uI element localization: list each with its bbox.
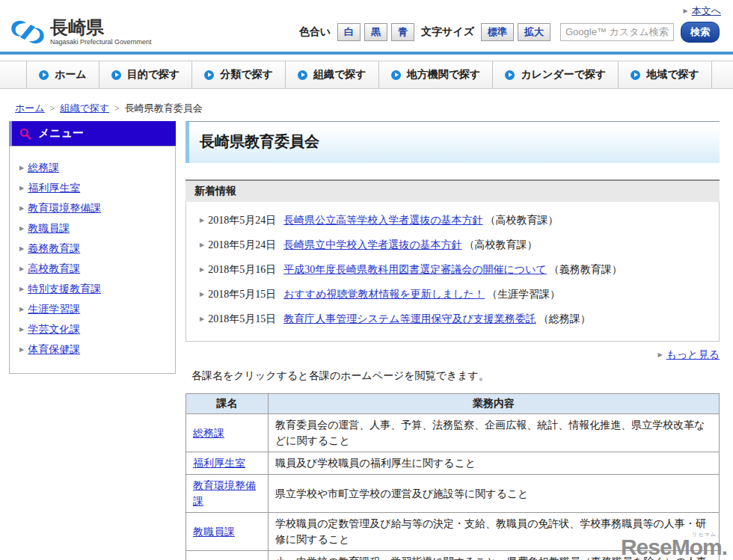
breadcrumb-separator: > [50,103,55,114]
department-link[interactable]: 教育環境整備課 [193,480,256,507]
play-circle-icon [204,70,214,80]
breadcrumb-separator: > [114,103,120,114]
color-scheme-button[interactable]: 白 [337,23,361,41]
site-header: 長崎県 Nagasaki Prefectural Government 色合い … [0,18,733,52]
resemom-watermark: リセマム ReseMom. [621,535,727,560]
news-date: 2018年5月15日 [208,313,276,324]
sidebar-menu-item: 総務課 [19,161,169,175]
sidebar-menu-link[interactable]: 学芸文化課 [28,324,80,335]
news-date: 2018年5月24日 [208,215,276,226]
sidebar-menu-link[interactable]: 教育環境整備課 [28,203,101,214]
table-header-row: 課名 業務内容 [186,394,720,414]
breadcrumb-home[interactable]: ホーム [15,102,45,114]
news-link[interactable]: おすすめ視聴覚教材情報を更新しました！ [283,289,485,300]
color-scheme-button[interactable]: 青 [391,23,414,41]
news-link[interactable]: 教育庁人事管理システム等運用保守及び支援業務委託 [283,313,536,324]
nav-item-wrap: 目的で探す [99,61,193,88]
search-button[interactable]: 検索 [681,22,720,43]
news-item: 2018年5月15日教育庁人事管理システム等運用保守及び支援業務委託（総務課） [200,313,705,326]
sidebar-menu-item: 体育保健課 [19,343,169,357]
news-link[interactable]: 長崎県立中学校入学者選抜の基本方針 [283,239,461,250]
color-scheme-label: 色合い [299,25,331,39]
news-date: 2018年5月15日 [208,289,276,300]
nav-item-label: カレンダーで探す [521,68,606,81]
sidebar-menu-link[interactable]: 福利厚生室 [28,182,80,194]
nav-item-label: 地域で探す [646,68,699,81]
font-size-button[interactable]: 拡大 [518,23,550,41]
magnifier-icon [19,128,31,140]
see-more-link[interactable]: もっと見る [666,349,720,360]
bullet-arrow-icon [19,203,28,214]
nav-item[interactable]: 地方機関で探す [379,61,494,88]
sidebar-menu-link[interactable]: 特別支援教育課 [28,283,101,295]
department-link[interactable]: 総務課 [193,428,224,439]
nav-item[interactable]: 分類で探す [192,61,286,88]
news-department: （高校教育課） [464,239,537,250]
nav-item-wrap: カレンダーで探す [493,61,619,88]
news-department: （義務教育課） [549,264,622,275]
bullet-arrow-icon [200,264,208,275]
nav-spacer [0,61,27,88]
nav-item-wrap: 分類で探す [192,61,286,88]
bullet-arrow-icon [19,243,28,254]
arrow-icon [684,5,692,16]
sidebar-menu-list: 総務課 福利厚生室 教育環境整備課 教職員課 義務教育課 [9,146,176,374]
sidebar-menu-header: メニュー [9,121,176,146]
nav-item-label: 組織で探す [313,68,366,81]
play-circle-icon [111,70,121,80]
skip-row: 本文へ [0,0,733,18]
sidebar-menu-link[interactable]: 義務教育課 [28,243,80,254]
bullet-arrow-icon [19,344,28,355]
news-list: 2018年5月24日長崎県公立高等学校入学者選抜の基本方針（高校教育課） 201… [200,214,705,326]
page-title: 長崎県教育委員会 [185,121,720,163]
news-item: 2018年5月15日おすすめ視聴覚教材情報を更新しました！（生涯学習課） [200,288,705,301]
play-circle-icon [391,70,401,80]
font-size-label: 文字サイズ [421,25,474,39]
sidebar-menu-link[interactable]: 教職員課 [28,223,70,234]
department-duties: 教育委員会の運営、人事、予算、法務監察、企画広報、統計、情報化推進、県立学校改革… [269,414,720,452]
table-row: 総務課 教育委員会の運営、人事、予算、法務監察、企画広報、統計、情報化推進、県立… [186,414,720,452]
bullet-arrow-icon [19,324,28,335]
logo-title: 長崎県 [50,18,152,37]
department-duties: 県立学校や市町立学校の運営及び施設等に関すること [269,475,720,513]
search-input[interactable] [560,23,674,41]
font-size-button[interactable]: 標準 [481,23,514,41]
department-duties: 職員及び学校職員の福利厚生に関すること [269,452,720,475]
nav-item[interactable]: 地域で探す [619,61,712,88]
nav-filler [712,61,733,88]
news-item: 2018年5月16日平成30年度長崎県教科用図書選定審議会の開催について（義務教… [200,263,705,277]
sidebar-menu-item: 学芸文化課 [19,323,169,336]
bullet-arrow-icon [200,215,208,226]
news-department: （高校教育課） [485,215,558,226]
nav-item-label: ホーム [55,68,87,81]
play-circle-icon [631,70,640,80]
table-row: 福利厚生室 職員及び学校職員の福利厚生に関すること [186,452,720,475]
nav-item[interactable]: ホーム [27,61,99,88]
news-link[interactable]: 長崎県公立高等学校入学者選抜の基本方針 [283,215,482,226]
skip-to-content-link[interactable]: 本文へ [692,5,721,16]
global-nav: ホーム 目的で探す 分類で探す 組織で探す [0,61,733,89]
sidebar-menu-link[interactable]: 総務課 [28,162,59,173]
nav-item-label: 分類で探す [220,68,273,81]
breadcrumb-org[interactable]: 組織で探す [60,102,109,114]
table-header-dept-name: 課名 [186,394,269,414]
sidebar-menu-link[interactable]: 高校教育課 [28,263,80,274]
breadcrumb: ホーム>組織で探す>長崎県教育委員会 [15,102,733,115]
nav-item[interactable]: カレンダーで探す [493,61,619,88]
news-department: （総務課） [539,313,591,324]
sidebar-menu-link[interactable]: 体育保健課 [28,344,80,355]
bullet-arrow-icon [19,304,28,315]
department-link[interactable]: 福利厚生室 [193,458,245,469]
play-circle-icon [298,70,307,80]
header-divider [0,52,733,55]
watermark-ruby: リセマム [692,531,717,538]
site-logo[interactable]: 長崎県 Nagasaki Prefectural Government [10,18,152,46]
sidebar-menu-link[interactable]: 生涯学習課 [28,304,80,315]
department-link[interactable]: 教職員課 [193,526,235,538]
nav-item[interactable]: 目的で探す [99,61,193,88]
page: 本文へ 長崎県 Nagasaki Prefectural Government … [0,0,733,560]
nav-item[interactable]: 組織で探す [286,61,379,88]
color-scheme-button[interactable]: 黒 [364,23,387,41]
nav-item-wrap: 地方機関で探す [379,61,494,88]
news-link[interactable]: 平成30年度長崎県教科用図書選定審議会の開催について [283,264,547,275]
